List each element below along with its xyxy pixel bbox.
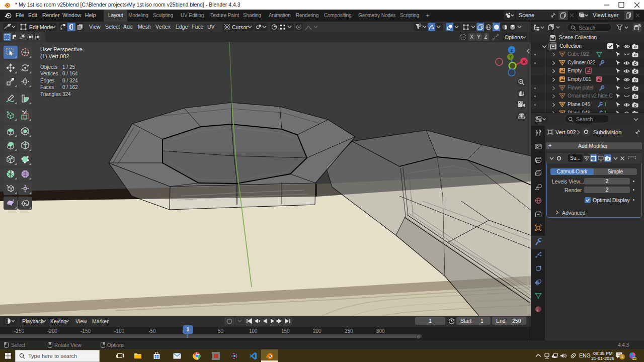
svg-text:Z: Z bbox=[510, 48, 513, 53]
svg-text:X: X bbox=[522, 59, 525, 64]
svg-text:PRE: PRE bbox=[632, 358, 636, 360]
svg-text:Y: Y bbox=[509, 54, 512, 59]
